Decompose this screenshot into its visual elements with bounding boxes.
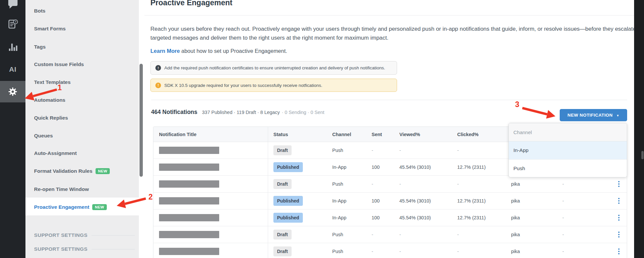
- sidebar-item-queues[interactable]: Queues: [34, 132, 53, 139]
- channel-cell: In-App: [328, 209, 366, 226]
- conversations-icon[interactable]: [0, 0, 25, 11]
- right-dark-panel-edge: [634, 0, 644, 258]
- status-badge: Draft: [273, 179, 292, 189]
- extra-cell: -: [556, 209, 592, 226]
- sidebar-item-quick-replies[interactable]: Quick Replies: [34, 114, 68, 122]
- sdk-upgrade-alert: ! SDK X 10.5 upgrade required for your u…: [150, 79, 397, 92]
- page-title: Proactive Engagement: [150, 0, 232, 7]
- clicked-cell: -: [452, 176, 503, 192]
- faq-doc-glyph: ?: [8, 19, 18, 30]
- notification-title-cell: [153, 142, 268, 159]
- table-row[interactable]: Published In-App 100 45.54% (3010) 12.7%…: [153, 209, 627, 226]
- faq-article-icon[interactable]: ?: [0, 18, 25, 31]
- ai-icon-label: AI: [9, 65, 17, 73]
- table-row[interactable]: Draft Push - - - pika -: [153, 243, 627, 258]
- channel-cell: Push: [328, 176, 366, 192]
- viewed-cell: 45.54% (3010): [394, 209, 452, 226]
- kebab-menu-icon[interactable]: [617, 247, 621, 256]
- sidebar-item-label: Re-open Time Window: [34, 186, 89, 193]
- sent-cell: 100: [366, 159, 394, 175]
- clicked-cell: -: [452, 226, 503, 243]
- sidebar-item-label: Custom Issue Fields: [34, 61, 84, 68]
- sidebar-item-automations[interactable]: Automations: [34, 96, 65, 104]
- chevron-down-icon: ▼: [616, 114, 619, 117]
- sidebar-item-custom-issue-fields[interactable]: Custom Issue Fields: [34, 61, 84, 68]
- extra-cell: -: [556, 193, 592, 209]
- actions-cell: [592, 226, 627, 243]
- actions-cell: [592, 209, 627, 226]
- kebab-menu-icon[interactable]: [617, 197, 621, 205]
- col-header-viewed: Viewed%: [394, 127, 452, 142]
- clicked-cell: 12.7% (2311): [452, 209, 503, 226]
- sidebar-item-tags[interactable]: Tags: [34, 43, 46, 51]
- table-row[interactable]: Draft Push - - - pika -: [153, 176, 627, 193]
- redacted-title-bar: [159, 197, 219, 204]
- app-screen: ? AI: [0, 0, 644, 258]
- sidebar-item-label: Format Validation Rules: [34, 167, 93, 175]
- actions-cell: [592, 176, 627, 192]
- learn-more-line: Learn More about how to set up Proactive…: [150, 48, 287, 54]
- sidebar-item-format-validation-rules[interactable]: Format Validation Rules NEW: [34, 167, 110, 175]
- learn-more-link[interactable]: Learn More: [150, 48, 180, 54]
- redacted-title-bar: [159, 180, 219, 188]
- created-by-cell: pika: [503, 209, 556, 226]
- notification-title-cell: [153, 176, 268, 192]
- new-notification-label: NEW NOTIFICATION: [568, 113, 613, 118]
- ai-icon[interactable]: AI: [0, 64, 25, 74]
- sidebar-item-label: Smart Forms: [34, 25, 66, 32]
- extra-cell: -: [556, 226, 592, 243]
- dropdown-option-in-app[interactable]: In-App: [509, 141, 627, 160]
- outer-scrollbar-thumb[interactable]: [641, 151, 644, 159]
- table-row[interactable]: Published In-App 100 45.54% (3010) 12.7%…: [153, 193, 627, 209]
- notification-title-cell: [153, 226, 268, 243]
- status-cell: Published: [268, 209, 328, 226]
- sidebar-scrollbar-thumb[interactable]: [140, 64, 143, 177]
- clicked-cell: -: [452, 243, 503, 258]
- left-icon-rail: ? AI: [0, 0, 25, 258]
- settings-rail-item[interactable]: [0, 81, 25, 102]
- clicked-cell: -: [452, 142, 503, 159]
- status-badge: Published: [273, 196, 303, 206]
- col-header-status: Status: [268, 127, 328, 142]
- dropdown-option-push[interactable]: Push: [509, 160, 627, 177]
- redacted-title-bar: [159, 214, 219, 221]
- section-rule: [92, 235, 135, 236]
- notifications-count: 464 Notifications: [151, 109, 197, 116]
- sidebar-item-label: Bots: [34, 7, 45, 15]
- analytics-icon[interactable]: [0, 42, 25, 52]
- kebab-menu-icon[interactable]: [617, 230, 621, 239]
- viewed-cell: -: [394, 176, 452, 192]
- learn-more-rest: about how to set up Proactive Engagement…: [180, 48, 287, 54]
- sidebar-item-smart-forms[interactable]: Smart Forms: [34, 25, 66, 32]
- extra-cell: -: [556, 176, 592, 192]
- new-notification-button[interactable]: NEW NOTIFICATION ▼: [560, 109, 627, 121]
- notification-title-cell: [153, 159, 268, 175]
- extra-cell: -: [556, 243, 592, 258]
- bar-chart-glyph: [8, 42, 18, 52]
- kebab-menu-icon[interactable]: [617, 180, 621, 188]
- chat-bubble-glyph: [7, 0, 19, 10]
- title-divider: [144, 15, 634, 16]
- status-cell: Published: [268, 159, 328, 175]
- kebab-menu-icon[interactable]: [617, 213, 621, 222]
- sidebar-item-auto-assignment[interactable]: Auto-Assignment: [34, 150, 77, 157]
- sent-cell: -: [366, 176, 394, 192]
- page-description: Reach your users before they reach out. …: [150, 24, 644, 42]
- warning-alert-icon: !: [155, 83, 161, 88]
- notifications-stats-muted: · 0 Sending · 0 Sent: [282, 110, 324, 115]
- table-row[interactable]: Draft Push - - - pika -: [153, 226, 627, 243]
- notifications-summary: 464 Notifications 337 Published · 119 Dr…: [151, 109, 324, 116]
- sent-cell: 100: [366, 209, 394, 226]
- sent-cell: 100: [366, 193, 394, 209]
- status-badge: Draft: [273, 246, 292, 256]
- sidebar-item-bots[interactable]: Bots: [34, 7, 45, 15]
- main-content: Proactive Engagement Reach your users be…: [144, 0, 634, 258]
- sidebar-item-reopen-time-window[interactable]: Re-open Time Window: [34, 186, 89, 193]
- sidebar-item-proactive-engagement[interactable]: Proactive Engagement NEW: [34, 203, 107, 211]
- clicked-cell: 12.7% (2311): [452, 193, 503, 209]
- description-line-2: targeted messages and deliver them to th…: [150, 33, 644, 42]
- alert-text: SDK X 10.5 upgrade required for your use…: [164, 83, 322, 88]
- sidebar-item-text-templates[interactable]: Text Templates: [34, 79, 71, 86]
- redacted-title-bar: [159, 164, 219, 171]
- col-header-clicked: Clicked%: [452, 127, 503, 142]
